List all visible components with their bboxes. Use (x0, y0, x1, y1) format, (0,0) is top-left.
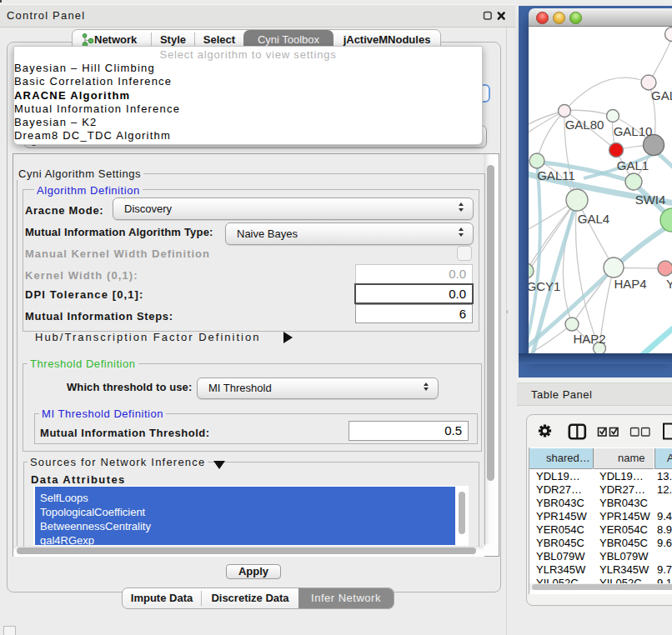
svg-text:HAP2: HAP2 (573, 332, 605, 346)
svg-text:GCY1: GCY1 (529, 279, 560, 293)
svg-text:GAL1: GAL1 (617, 158, 649, 172)
svg-text:HAP4: HAP4 (614, 277, 646, 291)
svg-text:GAL11: GAL11 (537, 168, 575, 182)
svg-text:SWI4: SWI4 (635, 192, 666, 207)
svg-text:YJR048W: YJR048W (666, 277, 672, 291)
svg-text:GAL8: GAL8 (651, 88, 672, 102)
svg-text:GAL80: GAL80 (565, 118, 604, 132)
svg-text:GAL4: GAL4 (578, 212, 609, 226)
svg-text:GAL10: GAL10 (614, 124, 653, 138)
